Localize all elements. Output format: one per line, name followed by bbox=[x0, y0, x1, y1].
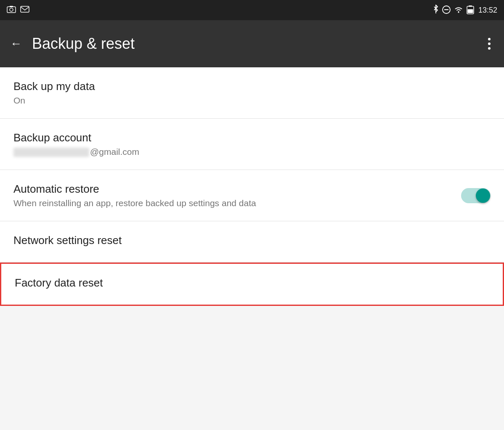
automatic-restore-text: Automatic restore When reinstalling an a… bbox=[13, 183, 461, 208]
status-bar-left bbox=[7, 5, 29, 15]
settings-content: Back up my data On Backup account @gmail… bbox=[0, 67, 504, 306]
status-time: 13:52 bbox=[478, 6, 497, 15]
overflow-menu-button[interactable] bbox=[485, 35, 494, 53]
factory-data-reset-title: Factory data reset bbox=[15, 276, 489, 289]
toggle-thumb bbox=[476, 188, 490, 203]
backup-account-subtitle: @gmail.com bbox=[13, 147, 491, 157]
bluetooth-icon bbox=[433, 5, 439, 16]
back-button[interactable]: ← bbox=[10, 38, 22, 50]
back-up-my-data-subtitle: On bbox=[13, 96, 491, 106]
automatic-restore-title: Automatic restore bbox=[13, 183, 451, 196]
wifi-icon bbox=[454, 6, 463, 15]
automatic-restore-toggle[interactable] bbox=[461, 188, 491, 203]
backup-account-title: Backup account bbox=[13, 131, 491, 144]
svg-rect-0 bbox=[7, 7, 16, 13]
back-up-my-data-title: Back up my data bbox=[13, 80, 491, 93]
svg-point-7 bbox=[458, 11, 459, 13]
status-bar: 13:52 bbox=[0, 0, 504, 20]
svg-point-1 bbox=[10, 8, 13, 11]
overflow-dot-1 bbox=[488, 38, 491, 40]
backup-account-item[interactable]: Backup account @gmail.com bbox=[0, 119, 504, 170]
status-bar-right: 13:52 bbox=[433, 5, 497, 16]
battery-icon bbox=[467, 5, 475, 16]
svg-rect-9 bbox=[469, 5, 472, 7]
blurred-email-prefix bbox=[13, 148, 89, 157]
do-not-disturb-icon bbox=[442, 5, 451, 15]
svg-rect-2 bbox=[10, 6, 13, 7]
overflow-dot-3 bbox=[488, 47, 491, 50]
automatic-restore-item[interactable]: Automatic restore When reinstalling an a… bbox=[0, 170, 504, 221]
photo-icon bbox=[7, 5, 16, 15]
page-title: Backup & reset bbox=[32, 35, 485, 53]
network-settings-reset-item[interactable]: Network settings reset bbox=[0, 221, 504, 263]
svg-rect-3 bbox=[21, 6, 29, 12]
factory-data-reset-item[interactable]: Factory data reset bbox=[0, 263, 504, 306]
network-settings-reset-title: Network settings reset bbox=[13, 234, 491, 247]
svg-rect-10 bbox=[467, 9, 473, 13]
back-up-my-data-item[interactable]: Back up my data On bbox=[0, 67, 504, 119]
toolbar: ← Backup & reset bbox=[0, 20, 504, 67]
automatic-restore-subtitle: When reinstalling an app, restore backed… bbox=[13, 198, 451, 208]
gmail-icon bbox=[20, 5, 29, 15]
overflow-dot-2 bbox=[488, 42, 491, 45]
email-suffix: @gmail.com bbox=[90, 147, 139, 157]
